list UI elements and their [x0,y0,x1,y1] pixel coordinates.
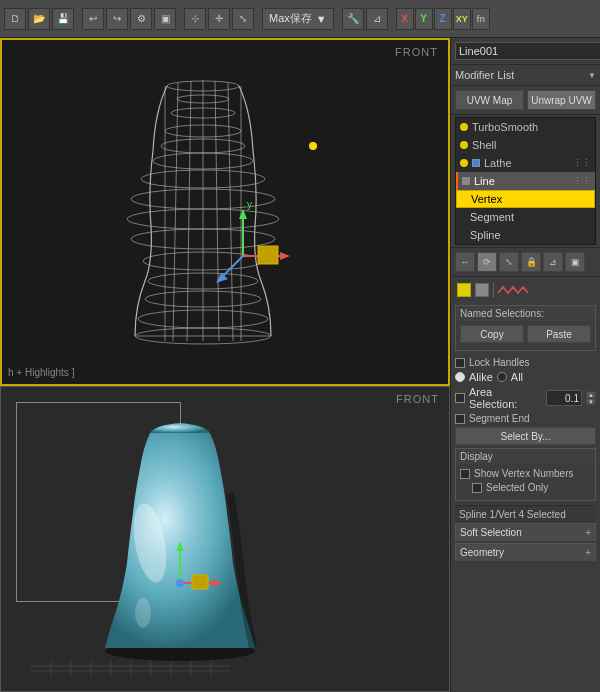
fn-axis-btn[interactable]: fn [472,8,490,30]
settings-icon[interactable]: ⚙ [130,8,152,30]
svg-line-16 [173,83,178,341]
area-selection-checkbox[interactable] [455,393,465,403]
geometry-label: Geometry [460,547,504,558]
select-icon[interactable]: ⊹ [184,8,206,30]
save-icon[interactable]: 💾 [52,8,74,30]
modifier-list-label: Modifier List [455,69,588,81]
area-selection-label: Area Selection: [469,386,542,410]
segment-end-checkbox[interactable] [455,414,465,424]
stack-item-segment[interactable]: Segment [456,208,595,226]
named-selections-content: Copy Paste [456,321,595,350]
select-by-button[interactable]: Select By... [455,427,596,445]
z-axis-btn[interactable]: Z [434,8,452,30]
render-icon[interactable]: ▣ [154,8,176,30]
lock-panel-icon[interactable]: 🔒 [521,252,541,272]
lock-handles-row: Lock Handles [455,357,596,368]
max-save-dropdown[interactable]: Max保存 ▼ [262,8,334,30]
stack-item-vertex[interactable]: Vertex [456,190,595,208]
lock-handles-checkbox[interactable] [455,358,465,368]
snap-icon[interactable]: 🔧 [342,8,364,30]
display-section: Display Show Vertex Numbers Selected Onl… [455,448,596,501]
viewport-top[interactable]: FRONT [0,38,450,386]
unwrap-uvw-button[interactable]: Unwrap UVW [527,90,596,110]
svg-point-23 [309,142,317,150]
geometry-expand[interactable]: Geometry + [455,543,596,561]
show-vertex-numbers-row: Show Vertex Numbers [460,468,591,479]
copy-paste-row: Copy Paste [460,325,591,343]
snap-panel-icon[interactable]: ⊿ [543,252,563,272]
selected-only-row: Selected Only [460,482,591,493]
viewport-area: FRONT [0,38,450,692]
status-line: Spline 1/Vert 4 Selected [455,505,596,523]
area-up-arrow[interactable]: ▲ [586,391,596,398]
y-axis-btn[interactable]: Y [415,8,433,30]
xy-axis-btn[interactable]: XY [453,8,471,30]
undo-icon[interactable]: ↩ [82,8,104,30]
segment-end-row: Segment End [455,413,596,424]
svg-line-19 [215,81,219,341]
viewport-top-label: FRONT [395,46,438,58]
viewport-bottom-label: FRONT [396,393,439,405]
transform-icon[interactable]: ✛ [208,8,230,30]
gray-indicator [475,283,489,297]
paste-button[interactable]: Paste [527,325,591,343]
stack-item-line[interactable]: Line ⋮⋮ [456,172,595,190]
lathe-options-icon: ⋮⋮ [573,158,591,168]
svg-rect-31 [258,246,278,264]
stack-item-lathe[interactable]: Lathe ⋮⋮ [456,154,595,172]
x-axis-btn[interactable]: X [396,8,414,30]
redo-icon[interactable]: ↪ [106,8,128,30]
selected-only-checkbox[interactable] [472,483,482,493]
soft-selection-expand-sign: + [585,527,591,538]
svg-line-20 [228,83,233,341]
right-panel: Modifier List ▼ UVW Map Unwrap UVW Turbo… [450,38,600,692]
svg-point-39 [176,579,184,587]
panel-icons-row: ↔ ⟳ ⤡ 🔒 ⊿ ▣ [451,247,600,277]
soft-selection-label: Soft Selection [460,527,522,538]
lathe-box [472,159,480,167]
soft-selection-expand[interactable]: Soft Selection + [455,523,596,541]
alike-radio[interactable] [455,372,465,382]
named-selections-section: Named Selections: Copy Paste [455,305,596,351]
segment-label: Segment [470,211,514,223]
angle-snap-icon[interactable]: ⊿ [366,8,388,30]
separator-v [493,283,494,297]
modifier-stack: TurboSmooth Shell Lathe ⋮⋮ Line ⋮⋮ [455,117,596,245]
lathe-bulb [460,159,468,167]
rotate-icon[interactable]: ⟳ [477,252,497,272]
scale-icon[interactable]: ⤡ [232,8,254,30]
toolbar: 🗋 📂 💾 ↩ ↪ ⚙ ▣ ⊹ ✛ ⤡ Max保存 ▼ 🔧 ⊿ X Y Z XY… [0,0,600,38]
modifier-list-row[interactable]: Modifier List ▼ [451,65,600,86]
spline-label: Spline [470,229,501,241]
display-panel-icon[interactable]: ▣ [565,252,585,272]
wave-icon [498,283,528,297]
wireframe-vase: y [73,71,333,353]
area-selection-spinner[interactable]: ▲ ▼ [586,391,596,405]
line-options-icon: ⋮⋮ [573,176,591,186]
svg-text:y: y [247,199,252,210]
scale-panel-icon[interactable]: ⤡ [499,252,519,272]
show-vertex-numbers-label: Show Vertex Numbers [474,468,574,479]
copy-button[interactable]: Copy [460,325,524,343]
uvw-map-button[interactable]: UVW Map [455,90,524,110]
stack-item-spline[interactable]: Spline [456,226,595,244]
area-selection-input[interactable] [546,390,582,406]
segment-end-label: Segment End [469,413,530,424]
named-selections-title: Named Selections: [456,306,595,321]
stack-item-shell[interactable]: Shell [456,136,595,154]
svg-marker-28 [280,252,290,260]
line-box [462,177,470,185]
open-file-icon[interactable]: 📂 [28,8,50,30]
all-radio[interactable] [497,372,507,382]
modifier-list-dropdown-arrow[interactable]: ▼ [588,71,596,80]
stack-item-turbosm[interactable]: TurboSmooth [456,118,595,136]
alike-all-row: Alike All [455,371,596,383]
show-vertex-numbers-checkbox[interactable] [460,469,470,479]
object-name-input[interactable] [455,42,600,60]
new-file-icon[interactable]: 🗋 [4,8,26,30]
viewport-bottom[interactable]: FRONT [0,386,450,692]
viewport-top-status: h + Highlights ] [8,367,74,378]
move-icon[interactable]: ↔ [455,252,475,272]
area-down-arrow[interactable]: ▼ [586,398,596,405]
turbosm-bulb [460,123,468,131]
